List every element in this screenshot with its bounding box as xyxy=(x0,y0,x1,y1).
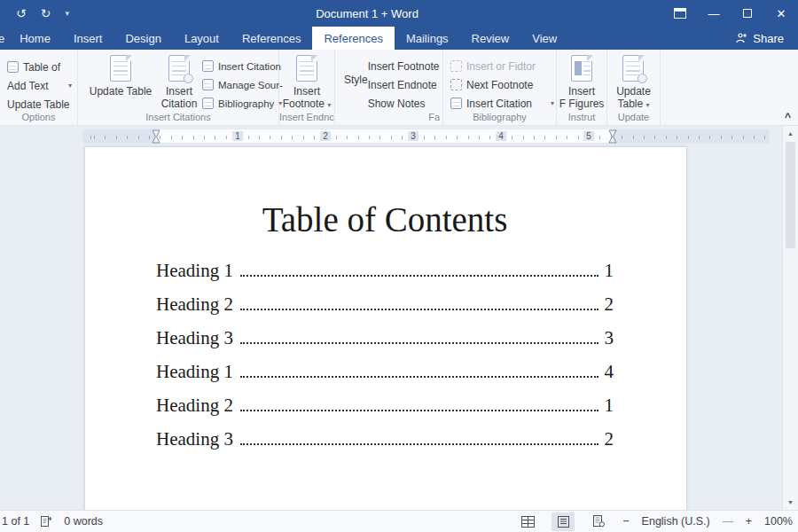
vertical-scrollbar[interactable]: ▲ ▼ xyxy=(782,126,798,510)
scrollbar-thumb[interactable] xyxy=(786,142,795,248)
update-table-doc-icon xyxy=(622,55,644,82)
group-label-instrut: Instrut xyxy=(557,112,606,122)
tab-layout[interactable]: Layout xyxy=(173,27,231,50)
right-indent-marker[interactable] xyxy=(608,129,617,147)
tab-insert[interactable]: Insert xyxy=(62,27,114,50)
zoom-out-button[interactable]: − xyxy=(622,515,629,528)
left-indent-marker[interactable] xyxy=(152,129,160,147)
scroll-down-icon[interactable]: ▼ xyxy=(783,499,798,505)
share-button[interactable]: Share xyxy=(722,27,798,50)
toc-heading-label: Heading 2 xyxy=(156,395,233,415)
group-label-options: Options xyxy=(0,112,77,122)
page-indicator[interactable]: 1 of 1 xyxy=(2,515,29,528)
group-label-footnotes: Fa xyxy=(428,112,440,122)
print-layout-button[interactable] xyxy=(552,512,575,531)
word-count[interactable]: 0 words xyxy=(64,515,103,528)
word-count-icon[interactable] xyxy=(41,515,52,528)
chevron-down-icon: ▾ xyxy=(68,82,72,90)
document-title: Document 1 + Word xyxy=(71,7,663,20)
document-page[interactable]: Table of Contents Heading 1 1 Heading 2 … xyxy=(84,146,687,510)
footnote-selection-icon xyxy=(450,60,462,72)
zoom-level[interactable]: 100% xyxy=(764,515,793,528)
horizontal-ruler[interactable]: 1 2 3 4 5 xyxy=(82,129,770,144)
update-table-doc-icon xyxy=(110,55,131,82)
insert-footnote-doc-icon xyxy=(296,55,317,82)
tab-home[interactable]: Home xyxy=(8,27,62,50)
group-label-update: Update xyxy=(607,112,660,122)
maximize-button[interactable] xyxy=(731,0,764,27)
insert-footnote-menu-item[interactable]: Insert Footnote xyxy=(368,57,450,75)
ribbon-group-insert-endnote: InsertFootnote ▾ Insert Endnc. xyxy=(279,50,335,125)
share-icon xyxy=(736,33,747,43)
grid-view-icon xyxy=(521,516,535,528)
toc-dot-leader xyxy=(240,443,598,445)
tab-references[interactable]: References xyxy=(231,27,312,50)
ribbon-tab-bar: e Home Insert Design Layout References R… xyxy=(0,27,798,50)
manage-sources-icon xyxy=(202,79,214,90)
style-label: Style xyxy=(344,50,368,125)
group-label-insert-citations: Insert Citations xyxy=(78,112,278,122)
web-layout-icon xyxy=(593,515,605,528)
show-notes-menu-item[interactable]: Show Notes xyxy=(368,94,450,113)
status-bar: 1 of 1 0 words − English (U.S.) + 100% xyxy=(0,510,798,532)
toc-dot-leader xyxy=(240,309,598,310)
read-mode-button[interactable] xyxy=(516,512,539,531)
tab-review[interactable]: Review xyxy=(460,27,521,50)
toc-dot-leader xyxy=(240,275,598,277)
collapse-ribbon-button[interactable]: ^ xyxy=(785,113,791,121)
tab-view[interactable]: View xyxy=(520,27,568,50)
document-heading: Table of Contents xyxy=(156,198,614,242)
insert-citation-menu-item-2[interactable]: Insert Citation ▾ xyxy=(450,94,556,113)
tab-mailings[interactable]: Mailings xyxy=(395,27,460,50)
toc-entry: Heading 2 1 xyxy=(156,395,614,415)
zoom-slider[interactable] xyxy=(723,521,733,522)
insert-citation-icon xyxy=(450,98,462,109)
redo-icon[interactable]: ↻ xyxy=(41,7,51,20)
tab-file-partial[interactable]: e xyxy=(0,27,8,50)
next-footnote-icon xyxy=(450,79,462,90)
next-footnote-menu-item[interactable]: Next Footnote xyxy=(450,75,556,94)
undo-icon[interactable]: ↺ xyxy=(16,7,27,20)
toc-page-number: 2 xyxy=(605,429,614,449)
chevron-down-icon: ▾ xyxy=(327,101,331,109)
ribbon-group-options: Table of Add Text ▾ Update Table Options xyxy=(0,50,78,125)
toc-entry: Heading 3 2 xyxy=(156,429,614,449)
scroll-up-icon[interactable]: ▲ xyxy=(783,130,798,137)
insert-figures-icon xyxy=(571,55,592,82)
tab-design[interactable]: Design xyxy=(113,27,172,50)
ribbon-group-instrut: InsertF Figures Instrut xyxy=(557,50,607,125)
minimize-button[interactable]: — xyxy=(697,0,731,27)
update-table-button[interactable]: Update Table xyxy=(7,95,74,113)
ribbon-display-options-button[interactable] xyxy=(663,0,697,27)
ribbon-group-footnotes: Style Insert Footnote Insert Endnote Sho… xyxy=(335,50,443,125)
table-of-contents-icon xyxy=(7,61,19,73)
toc-dot-leader xyxy=(240,410,598,411)
ruler-number: 2 xyxy=(320,131,331,141)
ribbon: Table of Add Text ▾ Update Table Options… xyxy=(0,50,798,126)
ruler-number: 5 xyxy=(583,131,594,141)
toc-heading-label: Heading 3 xyxy=(156,328,233,348)
toc-heading-label: Heading 2 xyxy=(156,294,233,314)
maximize-icon xyxy=(743,9,752,18)
toc-page-number: 4 xyxy=(605,362,614,381)
add-text-button[interactable]: Add Text ▾ xyxy=(7,76,74,95)
customize-qat-icon[interactable]: ▾ xyxy=(65,9,69,18)
ruler-number: 3 xyxy=(408,131,419,141)
table-of-contents: Heading 1 1 Heading 2 2 Heading 3 3 xyxy=(156,261,614,449)
zoom-in-button[interactable]: + xyxy=(746,515,752,528)
toc-heading-label: Heading 1 xyxy=(156,362,233,381)
ruler-number: 4 xyxy=(496,131,506,141)
language-button[interactable]: English (U.S.) xyxy=(642,515,710,528)
chevron-down-icon: ▾ xyxy=(646,101,650,109)
toc-dot-leader xyxy=(240,376,598,378)
close-button[interactable]: ✕ xyxy=(764,0,798,27)
bibliography-icon xyxy=(202,98,214,109)
insert-endnote-menu-item[interactable]: Insert Endnote xyxy=(368,75,450,94)
table-of-contents-button[interactable]: Table of xyxy=(7,58,74,76)
web-layout-button[interactable] xyxy=(587,512,610,531)
toc-page-number: 1 xyxy=(605,261,614,280)
tab-references-active[interactable]: References xyxy=(312,27,394,50)
group-label-bibliography: Bibliography xyxy=(443,112,556,122)
group-label-insert-endnote: Insert Endnc. xyxy=(279,112,334,122)
ribbon-group-update: UpdateTable ▾ Update xyxy=(607,50,661,125)
